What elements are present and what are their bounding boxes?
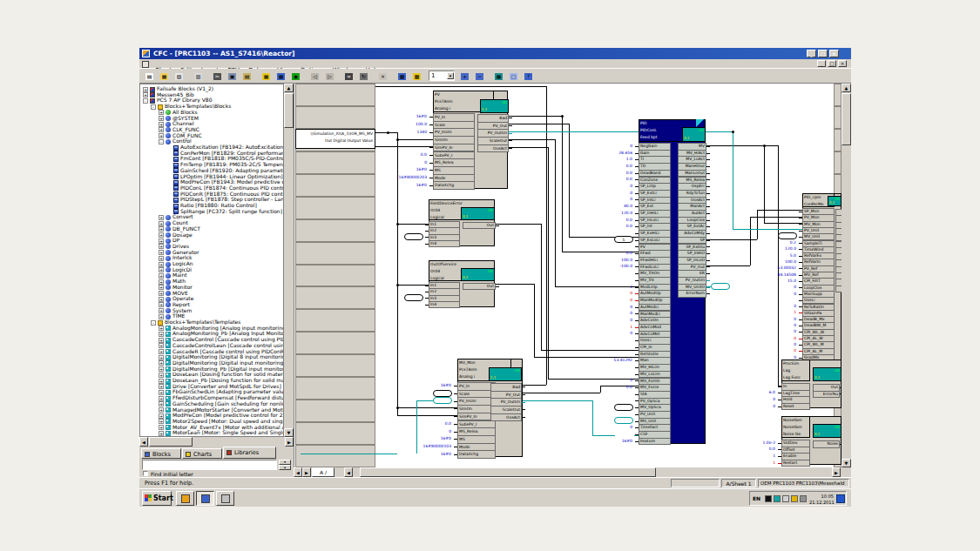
pin-value[interactable]: 0.0	[725, 447, 775, 452]
pin-value[interactable]: 1.0	[582, 157, 632, 162]
sheet-connector[interactable]	[433, 397, 452, 404]
chart-hscroll-right[interactable]: ▶	[832, 467, 841, 477]
find-prev-button[interactable]: ▴	[279, 465, 291, 470]
expand-icon[interactable]: +	[159, 326, 164, 331]
update-icon[interactable]: ↻	[357, 71, 370, 83]
tree-item[interactable]: +DB_FUNCT	[140, 226, 284, 232]
chart-hscroll-thumb[interactable]	[360, 467, 656, 477]
block-OutOfService[interactable]: OutOfService Or04 LogicalOK4,1In1In2In3I…	[429, 260, 495, 307]
tree-item[interactable]: +Count	[140, 220, 284, 226]
close-button[interactable]: ×	[829, 50, 839, 57]
child-close-button[interactable]: ×	[838, 60, 847, 67]
expand-icon[interactable]: +	[159, 401, 164, 407]
tree-item[interactable]: +LogicDi	[140, 267, 284, 273]
pin-Restart[interactable]: Restart	[781, 460, 810, 467]
tree-vertical-scrollbar[interactable]: ▲▼	[284, 84, 294, 437]
tree-item[interactable]: +MOVE	[140, 291, 284, 297]
sheet-connector[interactable]	[404, 233, 423, 240]
expand-icon[interactable]: +	[159, 425, 164, 430]
pin-value[interactable]: 0.0	[376, 152, 427, 158]
pin-value[interactable]: 100.0	[582, 258, 632, 263]
expand-icon[interactable]: +	[159, 244, 164, 249]
pin-value[interactable]: 40.0	[582, 204, 632, 209]
block-MV_Mon[interactable]: MV_Mon Pcs7AnIn Analog iOK1,1PV_In16#0Sc…	[457, 359, 523, 457]
expand-icon[interactable]: +	[159, 256, 164, 261]
pin-value[interactable]: 0.0	[401, 421, 451, 427]
tree-item[interactable]: +LogicAn	[140, 261, 284, 267]
tree-item[interactable]: +Generator	[140, 250, 284, 256]
pin-value[interactable]: 0.2	[746, 240, 796, 245]
pin-value[interactable]: 0	[582, 305, 632, 310]
pin-value[interactable]: 0	[746, 329, 796, 334]
pin-value[interactable]: 1.0e-2	[725, 440, 775, 446]
maximize-button[interactable]: □	[818, 50, 828, 57]
sheet-tab[interactable]: A /	[312, 467, 335, 477]
pin-Out[interactable]: Out	[463, 283, 496, 290]
collapse-icon[interactable]: -	[159, 139, 164, 144]
pin-Out[interactable]: Out	[463, 222, 496, 229]
pin-ErrorNum[interactable]: ErrorNum	[678, 290, 706, 298]
minimize-button[interactable]: _	[807, 50, 816, 57]
pin-value[interactable]: 0	[582, 291, 632, 296]
tree-item[interactable]: +@SYSTEM	[140, 116, 284, 122]
expand-icon[interactable]: +	[159, 419, 164, 424]
pin-value[interactable]: 15.0	[746, 279, 796, 284]
pin-value[interactable]: -100.0	[582, 264, 632, 269]
cfc-editor-taskbar-button[interactable]	[196, 491, 214, 506]
pin-OosAct[interactable]: OosAct	[490, 413, 522, 422]
pin-value[interactable]: 0	[582, 197, 632, 202]
pin-value[interactable]: 5.0	[746, 253, 796, 259]
expand-icon[interactable]: +	[159, 302, 164, 307]
expand-icon[interactable]: +	[159, 273, 164, 279]
tray-flag-icon[interactable]	[782, 495, 789, 502]
tray-status-icon[interactable]	[800, 495, 807, 502]
sheet-first-button[interactable]: ◀	[294, 467, 302, 477]
pin-value[interactable]: 16#80000203	[376, 175, 427, 180]
close-chart-icon[interactable]: ▧	[172, 71, 186, 83]
print-icon[interactable]: ▥	[192, 71, 205, 83]
expand-icon[interactable]: +	[159, 360, 164, 366]
pin-value[interactable]: 0	[582, 378, 632, 383]
expand-icon[interactable]: +	[159, 390, 164, 395]
pin-value[interactable]: 0.0	[582, 224, 632, 229]
pin-value[interactable]: 0	[746, 317, 796, 322]
network-icon[interactable]	[836, 494, 845, 503]
chart-yellow-icon[interactable]: ▦	[260, 71, 273, 83]
pin-value[interactable]: 0.0	[582, 171, 632, 176]
pin-value[interactable]: 0.0	[582, 177, 632, 182]
expand-icon[interactable]: +	[159, 291, 164, 296]
new-chart-icon[interactable]: ▤	[143, 71, 156, 83]
tree-item[interactable]: +Interlck	[140, 255, 284, 261]
pin-value[interactable]: 0.0	[582, 251, 632, 256]
expand-icon[interactable]: +	[159, 379, 164, 384]
pin-value[interactable]: 16#80000103	[401, 444, 451, 449]
pin-value[interactable]: 1340	[376, 130, 427, 135]
tree-item[interactable]: +DP	[140, 238, 284, 244]
pin-value[interactable]: 0	[401, 429, 451, 434]
find-initial-checkbox[interactable]	[143, 471, 148, 476]
pin-value[interactable]: 53.41292	[582, 358, 632, 363]
taskbar-clock[interactable]: 10:0521.12.2011	[809, 493, 834, 506]
expand-icon[interactable]: +	[159, 297, 164, 302]
expand-icon[interactable]: +	[159, 127, 164, 132]
catalog-yellow-icon[interactable]: ▩	[410, 71, 423, 83]
tree-vscroll-thumb[interactable]	[284, 93, 294, 128]
tree-item[interactable]: +Dosage	[140, 232, 284, 239]
sheet-connector[interactable]: 5	[614, 236, 633, 243]
pin-value[interactable]: 16#0	[376, 114, 427, 119]
sheet-view-icon[interactable]: ▢	[507, 71, 520, 83]
pin-value[interactable]: 0.0	[582, 218, 632, 223]
expand-icon[interactable]: +	[159, 226, 164, 232]
pin-value[interactable]: 0	[582, 425, 632, 430]
tab-blocks[interactable]: Blocks	[141, 448, 181, 459]
pin-value[interactable]: 0	[746, 342, 796, 347]
expand-icon[interactable]: +	[159, 332, 164, 337]
pin-value[interactable]: 44.14508	[746, 272, 796, 278]
chart-horizontal-scrollbar[interactable]: ◀▶A /◀▶	[294, 467, 841, 477]
pin-value[interactable]: 0	[746, 323, 796, 328]
expand-icon[interactable]: +	[159, 384, 164, 389]
expand-icon[interactable]: +	[159, 262, 164, 267]
pin-ErrorNu[interactable]: ErrorNu	[813, 391, 840, 399]
pin-Noise[interactable]: Noise	[813, 440, 840, 448]
tree-item[interactable]: +Drives	[140, 244, 284, 250]
